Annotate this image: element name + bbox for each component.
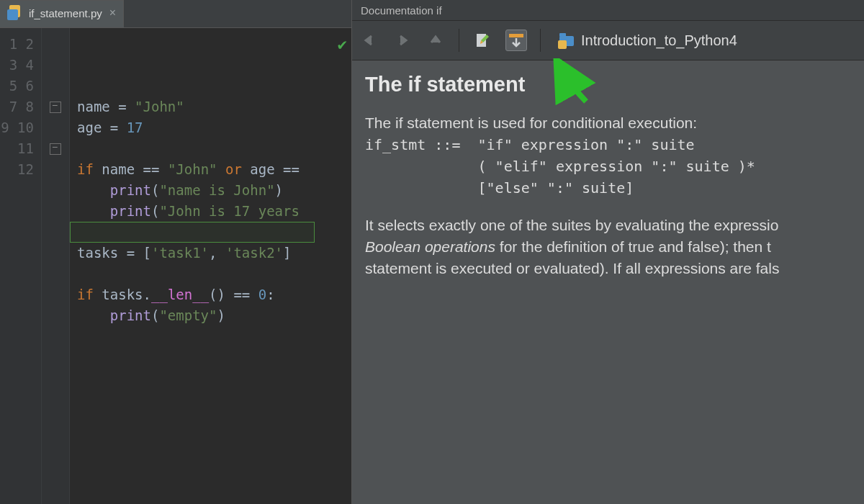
editor-tab-row: if_statement.py ×: [0, 0, 351, 28]
editor-tab-if-statement[interactable]: if_statement.py ×: [0, 0, 124, 27]
check-ok-icon: ✔: [338, 34, 347, 55]
python-file-icon: [7, 5, 23, 21]
editor-body[interactable]: 1 2 3 4 5 6 7 8 9 10 11 12 ✔ name = "Joh…: [0, 28, 351, 504]
toolbar-separator: [540, 29, 541, 52]
arrow-left-icon: [362, 33, 377, 48]
code-line: [77, 266, 85, 282]
documentation-title-bar: Documentation if: [352, 0, 864, 21]
doc-paragraph: The if statement is used for conditional…: [365, 112, 851, 134]
code-line: name = "John": [77, 99, 184, 114]
doc-paragraph: It selects exactly one of the suites by …: [365, 215, 851, 279]
code-line: print("name is John"): [77, 182, 283, 198]
back-button[interactable]: [359, 30, 379, 50]
up-button[interactable]: [426, 30, 446, 50]
code-line: tasks = ['task1', 'task2']: [77, 245, 291, 261]
arrow-up-icon: [428, 33, 443, 48]
toolbar-separator: [459, 29, 459, 52]
document-edit-icon: [474, 32, 490, 48]
grammar-line: if_stmt ::= "if" expression ":" suite: [365, 134, 851, 156]
arrow-right-icon: [395, 33, 410, 48]
code-line: print("empty"): [77, 307, 225, 323]
grammar-line: ["else" ":" suite]: [365, 177, 851, 199]
highlight-current-line: [70, 222, 315, 243]
forward-button[interactable]: [392, 30, 413, 50]
documentation-toolbar: Introduction_to_Python4: [352, 21, 864, 60]
auto-scroll-button[interactable]: [505, 30, 527, 51]
python-project-icon: [558, 32, 574, 48]
code-area[interactable]: ✔ name = "John" age = 17 if name == "Joh…: [70, 28, 351, 504]
close-icon[interactable]: ×: [109, 7, 116, 19]
editor-pane: if_statement.py × 1 2 3 4 5 6 7 8 9 10 1…: [0, 0, 352, 504]
code-line: age = 17: [77, 120, 143, 135]
edit-source-button[interactable]: [472, 30, 492, 50]
svg-rect-1: [509, 34, 523, 37]
scroll-from-source-icon: [508, 32, 525, 49]
documentation-title: Documentation if: [361, 4, 442, 17]
documentation-content[interactable]: The if statement The if statement is use…: [352, 60, 864, 504]
code-line: [77, 140, 85, 156]
code-line: if tasks.__len__() == 0:: [77, 287, 275, 302]
grammar-line: ( "elif" expression ":" suite )*: [365, 156, 851, 177]
breadcrumb[interactable]: Introduction_to_Python4: [558, 32, 737, 49]
editor-tab-label: if_statement.py: [29, 7, 102, 19]
breadcrumb-label: Introduction_to_Python4: [581, 32, 737, 49]
documentation-pane: Documentation if: [352, 0, 864, 504]
doc-heading: The if statement: [365, 73, 851, 95]
code-line: if name == "John" or age ==: [77, 161, 307, 177]
code-line: print("John is 17 years: [77, 203, 300, 219]
line-number-gutter: 1 2 3 4 5 6 7 8 9 10 11 12: [0, 28, 42, 504]
code-line: [77, 328, 85, 344]
fold-column: [42, 28, 70, 504]
